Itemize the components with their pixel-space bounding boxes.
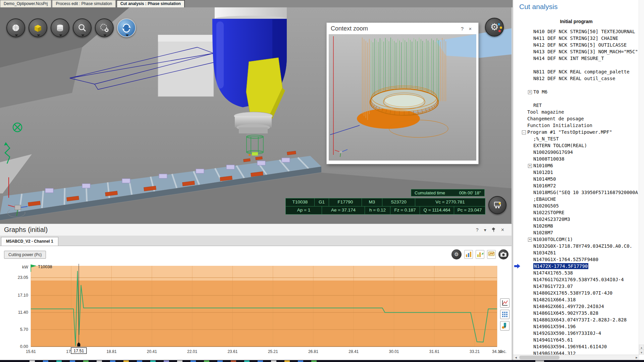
hscroll-thumb[interactable] — [519, 356, 559, 359]
scroll-left-icon[interactable]: ◂ — [513, 355, 519, 360]
program-line[interactable] — [513, 62, 639, 68]
program-line[interactable]: N1024S23720M3 — [513, 216, 639, 223]
program-hscrollbar[interactable]: ◂ ▸ — [513, 355, 639, 360]
program-line[interactable]: ;%_N_TEST — [513, 135, 639, 142]
display-settings-button[interactable]: ⚙ — [485, 18, 504, 37]
expand-icon[interactable]: + — [528, 90, 532, 94]
program-line[interactable]: N1022STOPRE — [513, 209, 639, 216]
program-line[interactable]: N1472X-1774.5F17790 — [513, 263, 639, 269]
export-chart-button-1[interactable] — [464, 250, 473, 259]
simulation-viewport[interactable]: ⚙ Context zoom ? × — [0, 7, 513, 224]
program-line[interactable]: +T0 M6 — [513, 88, 639, 95]
program-line[interactable]: +N1030TOLCOM(1) — [513, 236, 639, 243]
program-line[interactable]: N1018MSG("SEQ 10 33950F5711687920000A — [513, 189, 639, 196]
zoom-button[interactable] — [73, 18, 92, 37]
graphs-close-button[interactable]: × — [501, 227, 504, 233]
taskbar-app-icon[interactable] — [137, 360, 142, 362]
program-line[interactable]: N411 DEF NCK STRING[32] CHAINE — [513, 35, 639, 42]
export-chart-button-3[interactable] — [487, 250, 496, 259]
snapshot-button[interactable] — [498, 249, 508, 259]
program-line[interactable]: N1016M72 — [513, 182, 639, 189]
program-line[interactable]: N412 DEF NCK STRING[5] OUTILCASSE — [513, 42, 639, 48]
program-line[interactable]: N1474X1765.538 — [513, 269, 639, 276]
taskbar-app-icon[interactable] — [70, 360, 75, 362]
taskbar-app-icon[interactable] — [191, 360, 196, 362]
context-zoom-close-button[interactable]: × — [466, 26, 474, 32]
program-line[interactable]: N1480G2X1765.538Y719.07I-4J0 — [513, 290, 639, 296]
tab-project[interactable]: Demo_Optipower.NcsPrj — [0, 0, 51, 7]
solid-view-button[interactable] — [29, 18, 47, 37]
taskbar-app-icon[interactable] — [97, 360, 102, 362]
taskbar-app-icon[interactable] — [43, 360, 48, 362]
program-line[interactable]: N1482G1X664.318 — [513, 296, 639, 303]
program-listing[interactable]: N410 DEF NCK STRING[50] TEXTEJOURNALN411… — [513, 28, 639, 355]
program-line[interactable]: N1498G1X644.312 — [513, 350, 639, 355]
chart-axes-button[interactable] — [500, 298, 509, 308]
program-line[interactable]: N1488G3X643.074Y737I-2.828J-2.828 — [513, 316, 639, 323]
collapse-icon[interactable]: - — [522, 130, 526, 134]
program-line[interactable]: N1008T10038 — [513, 156, 639, 162]
program-line[interactable]: N1012D1 — [513, 169, 639, 176]
program-line[interactable]: N1028M7 — [513, 229, 639, 236]
program-line[interactable]: N1486G1X645.902Y735.828 — [513, 310, 639, 316]
program-line[interactable]: N811 DEF NCK REAL comptage_palette — [513, 68, 639, 75]
expand-icon[interactable]: + — [528, 164, 532, 168]
program-line[interactable]: N1026M8 — [513, 223, 639, 229]
scroll-right-icon[interactable]: ▸ — [634, 355, 639, 360]
chart-grid-button[interactable] — [500, 310, 509, 319]
taskbar-app-icon[interactable] — [150, 360, 156, 362]
program-line[interactable]: N1032G0X-1718.78Y749.034Z150.A0.C0. — [513, 243, 639, 249]
program-line[interactable]: -Program #1 "TestOptipower.MPF" — [513, 129, 639, 135]
program-line[interactable]: N413 DEF NCK STRING[3] NOM_MACH="M5C" — [513, 48, 639, 55]
stock-view-button[interactable] — [51, 18, 69, 37]
chart-tool-button[interactable] — [500, 321, 509, 330]
program-line[interactable]: N410 DEF NCK STRING[50] TEXTEJOURNAL — [513, 28, 639, 35]
graphs-dropdown-button[interactable]: ▾ — [484, 227, 486, 233]
program-line[interactable]: N1496G3X594.196Y641.61I4J0 — [513, 343, 639, 350]
taskbar-app-icon[interactable] — [284, 360, 290, 362]
context-zoom-help-button[interactable]: ? — [458, 26, 466, 32]
tool-info-button[interactable] — [488, 196, 506, 214]
program-line[interactable]: N1494G1Y645.61 — [513, 337, 639, 343]
tab-process-edit[interactable]: Process edit : Phase simulation — [52, 0, 115, 7]
tab-cut-analysis[interactable]: Cut analysis : Phase simulation — [116, 0, 185, 7]
taskbar-app-icon[interactable] — [123, 360, 129, 362]
taskbar-app-icon[interactable] — [244, 360, 250, 362]
taskbar-app-icon[interactable] — [217, 360, 223, 362]
taskbar-app-icon[interactable] — [164, 360, 169, 362]
taskbar-app-icon[interactable] — [204, 360, 209, 362]
program-line[interactable]: N1490G1X594.196 — [513, 323, 639, 330]
pin-icon[interactable] — [492, 228, 496, 232]
view-mode-button[interactable] — [6, 18, 25, 37]
program-line[interactable]: N1014M50 — [513, 176, 639, 182]
taskbar-app-icon[interactable] — [271, 360, 276, 362]
export-chart-button-2[interactable] — [476, 250, 484, 259]
program-line[interactable]: N414 DEF NCK INT MESURE_T — [513, 55, 639, 62]
taskbar-app-icon[interactable] — [231, 360, 236, 362]
scroll-up-icon[interactable]: ▴ — [639, 345, 644, 350]
program-line[interactable]: Tool magazine — [513, 109, 639, 115]
graphs-help-button[interactable]: ? — [476, 227, 479, 233]
chart-settings-button[interactable]: ⚙ — [451, 249, 462, 259]
taskbar-app-icon[interactable] — [110, 360, 115, 362]
taskbar-app-icon[interactable] — [311, 360, 317, 362]
cutting-power-chart[interactable]: 23.0517.1011.405.700.00kW15.6117.2118.81… — [13, 262, 514, 360]
context-zoom-window[interactable]: Context zoom ? × — [326, 22, 479, 164]
program-line[interactable] — [513, 95, 639, 102]
program-line[interactable]: +N1010M6 — [513, 162, 639, 169]
windows-taskbar[interactable] — [0, 360, 644, 362]
program-line[interactable] — [513, 82, 639, 88]
program-line[interactable]: N1484G2X661.49Y720.24I0J4 — [513, 303, 639, 310]
taskbar-app-icon[interactable] — [83, 360, 89, 362]
taskbar-app-icon[interactable] — [177, 360, 182, 362]
program-line[interactable]: EXTERN TOLCOM(REAL) — [513, 142, 639, 149]
scroll-down-icon[interactable]: ▾ — [639, 350, 644, 355]
program-line[interactable]: N1478G1Y723.07 — [513, 283, 639, 290]
program-line[interactable]: N812 DEF NCK REAL outil_casse — [513, 75, 639, 82]
program-line[interactable]: N1476G17G2X1769.538Y745.034I0J-4 — [513, 276, 639, 283]
taskbar-app-icon[interactable] — [30, 360, 35, 362]
program-line[interactable]: N1470G1X-1764.5Z57F9480 — [513, 256, 639, 263]
program-line[interactable]: N1020G505 — [513, 202, 639, 209]
program-line[interactable]: N1492G3X590.196Y733I0J-4 — [513, 330, 639, 337]
program-vscrollbar[interactable]: ▴ ▾ — [639, 0, 644, 355]
